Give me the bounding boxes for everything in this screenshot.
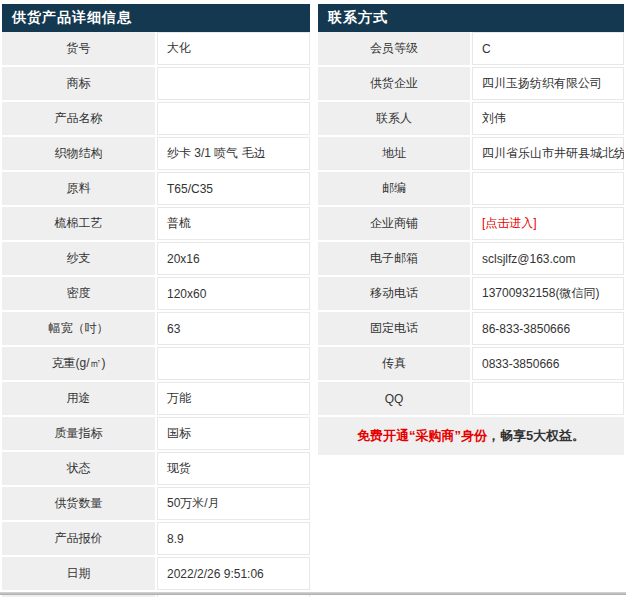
row-label: 固定电话 (318, 311, 471, 346)
row-value: 2022/2/26 9:51:06 (156, 556, 310, 591)
table-header-row: 供货产品详细信息 (2, 4, 310, 32)
table-row: 原料T65/C35 (2, 171, 310, 206)
product-table-body: 货号大化商标产品名称织物结构纱卡 3/1 喷气 毛边原料T65/C35梳棉工艺普… (2, 32, 310, 597)
table-row: QQ (318, 381, 624, 416)
row-value: 120x60 (156, 276, 310, 311)
enter-shop-link[interactable]: [点击进入] (482, 216, 537, 230)
product-detail-page: 供货产品详细信息 货号大化商标产品名称织物结构纱卡 3/1 喷气 毛边原料T65… (0, 0, 626, 597)
row-label: 原料 (2, 171, 156, 206)
table-row: 移动电话13700932158(微信同) (318, 276, 624, 311)
row-value: 大化 (156, 32, 310, 66)
row-label: 梳棉工艺 (2, 206, 156, 241)
row-value (471, 171, 624, 206)
row-label: 用途 (2, 381, 156, 416)
row-label: 产品报价 (2, 521, 156, 556)
table-header-row: 联系方式 (318, 4, 624, 32)
row-value: C (471, 32, 624, 66)
row-value (156, 346, 310, 381)
row-value: [点击进入] (471, 206, 624, 241)
table-row: 供货企业四川玉扬纺织有限公司 (318, 66, 624, 101)
row-value: 普梳 (156, 206, 310, 241)
row-label: 联系人 (318, 101, 471, 136)
promo-rest-text: ，畅享5大权益。 (487, 428, 585, 443)
table-row: 传真0833-3850666 (318, 346, 624, 381)
table-row: 密度120x60 (2, 276, 310, 311)
row-label: 会员等级 (318, 32, 471, 66)
table-row: 地址四川省乐山市井研县城北纺织工业园区 (318, 136, 624, 171)
row-value: 刘伟 (471, 101, 624, 136)
row-value (156, 101, 310, 136)
row-value: 四川省乐山市井研县城北纺织工业园区 (471, 136, 624, 171)
table-row: 商标 (2, 66, 310, 101)
row-value: 13700932158(微信同) (471, 276, 624, 311)
row-label: 电子邮箱 (318, 241, 471, 276)
contact-table-title: 联系方式 (318, 4, 624, 32)
product-table-title: 供货产品详细信息 (2, 4, 310, 32)
promo-highlight-text[interactable]: 免费开通“采购商”身份 (357, 428, 487, 443)
row-value: 0833-3850666 (471, 346, 624, 381)
row-label: QQ (318, 381, 471, 416)
table-row: 状态现货 (2, 451, 310, 486)
table-row: 会员等级C (318, 32, 624, 66)
row-value: 8.9 (156, 521, 310, 556)
row-value (156, 66, 310, 101)
promo-row: 免费开通“采购商”身份，畅享5大权益。 (318, 416, 624, 455)
row-value: 万能 (156, 381, 310, 416)
table-row: 纱支20x16 (2, 241, 310, 276)
table-row: 产品报价8.9 (2, 521, 310, 556)
row-label: 商标 (2, 66, 156, 101)
row-label: 纱支 (2, 241, 156, 276)
row-value: 63 (156, 311, 310, 346)
table-row: 邮编 (318, 171, 624, 206)
table-row: 织物结构纱卡 3/1 喷气 毛边 (2, 136, 310, 171)
table-row: 企业商铺[点击进入] (318, 206, 624, 241)
row-value: 20x16 (156, 241, 310, 276)
row-value: 86-833-3850666 (471, 311, 624, 346)
table-row: 用途万能 (2, 381, 310, 416)
row-value: 纱卡 3/1 喷气 毛边 (156, 136, 310, 171)
row-label: 邮编 (318, 171, 471, 206)
table-row: 固定电话86-833-3850666 (318, 311, 624, 346)
row-value: 四川玉扬纺织有限公司 (471, 66, 624, 101)
row-label: 供货企业 (318, 66, 471, 101)
row-label: 幅宽（吋） (2, 311, 156, 346)
product-detail-table: 供货产品详细信息 货号大化商标产品名称织物结构纱卡 3/1 喷气 毛边原料T65… (2, 4, 310, 597)
bottom-divider (0, 592, 626, 595)
table-row: 幅宽（吋）63 (2, 311, 310, 346)
row-label: 地址 (318, 136, 471, 171)
row-label: 企业商铺 (318, 206, 471, 241)
row-label: 移动电话 (318, 276, 471, 311)
row-label: 织物结构 (2, 136, 156, 171)
row-label: 供货数量 (2, 486, 156, 521)
table-row: 质量指标国标 (2, 416, 310, 451)
row-value: T65/C35 (156, 171, 310, 206)
row-label: 密度 (2, 276, 156, 311)
row-label: 日期 (2, 556, 156, 591)
promo-message: 免费开通“采购商”身份，畅享5大权益。 (318, 416, 624, 455)
table-row: 供货数量50万米/月 (2, 486, 310, 521)
row-value: 现货 (156, 451, 310, 486)
row-value: sclsjlfz@163.com (471, 241, 624, 276)
row-label: 克重(g/㎡) (2, 346, 156, 381)
table-row: 产品名称 (2, 101, 310, 136)
row-label: 传真 (318, 346, 471, 381)
table-row: 货号大化 (2, 32, 310, 66)
table-row: 日期2022/2/26 9:51:06 (2, 556, 310, 591)
row-label: 状态 (2, 451, 156, 486)
table-row: 联系人刘伟 (318, 101, 624, 136)
row-value (471, 381, 624, 416)
contact-table: 联系方式 会员等级C供货企业四川玉扬纺织有限公司联系人刘伟地址四川省乐山市井研县… (318, 4, 624, 455)
table-row: 梳棉工艺普梳 (2, 206, 310, 241)
table-row: 电子邮箱sclsjlfz@163.com (318, 241, 624, 276)
contact-table-body: 会员等级C供货企业四川玉扬纺织有限公司联系人刘伟地址四川省乐山市井研县城北纺织工… (318, 32, 624, 416)
row-label: 质量指标 (2, 416, 156, 451)
row-label: 产品名称 (2, 101, 156, 136)
table-row: 克重(g/㎡) (2, 346, 310, 381)
row-value: 国标 (156, 416, 310, 451)
row-value: 50万米/月 (156, 486, 310, 521)
row-label: 货号 (2, 32, 156, 66)
